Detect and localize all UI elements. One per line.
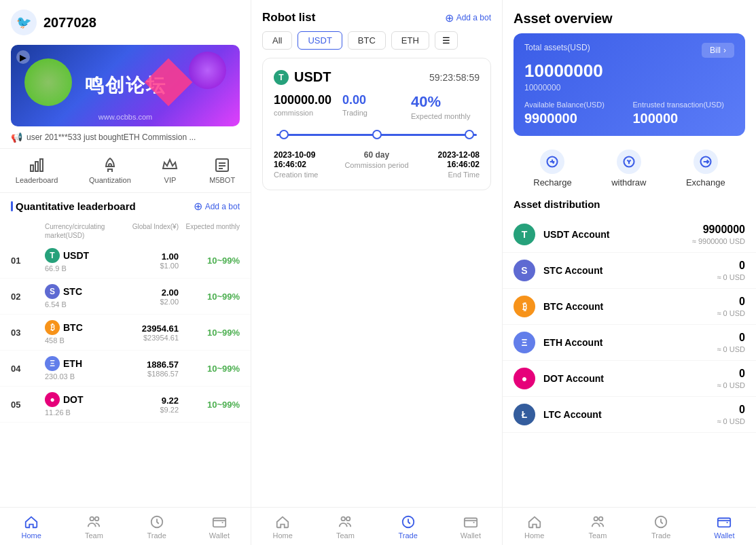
coin-label: USDT: [63, 250, 89, 261]
right-bottom-wallet[interactable]: Wallet: [707, 514, 741, 540]
dist-coin-icon: Ł: [514, 404, 535, 425]
stat-trading: 0.00 Trading: [342, 93, 411, 120]
mid-bottom-wallet[interactable]: Wallet: [454, 514, 488, 540]
expected-monthly: 10~99%: [179, 256, 240, 266]
coin-cap: 6.54 B: [45, 300, 118, 309]
bottom-nav-home[interactable]: Home: [14, 514, 48, 540]
dist-account-name: BTC Account: [543, 301, 717, 312]
table-row[interactable]: 02 S STC 6.54 B 2.00 $2.00 10~99%: [0, 279, 251, 315]
robot-name: T USDT: [274, 69, 331, 85]
bottom-nav-trade[interactable]: Trade: [140, 514, 174, 540]
right-bottom-trade[interactable]: Trade: [644, 514, 678, 540]
commission-slider[interactable]: [276, 128, 477, 141]
stat-commission: 100000.00 commission: [274, 93, 342, 120]
right-wallet-label: Wallet: [714, 531, 734, 540]
bottom-nav-left: Home Team Trade Wallet: [0, 507, 251, 545]
table-row[interactable]: 05 ● DOT 11.26 B 9.22 $9.22 10~99%: [0, 387, 251, 423]
dist-row[interactable]: Ξ ETH Account 0 ≈ 0 USD: [503, 325, 756, 361]
global-index: 23954.61 $23954.61: [118, 323, 179, 342]
tab-eth[interactable]: ETH: [391, 31, 429, 50]
left-panel: 🐦 2077028 ▶ 鸣创论坛 www.ocbbs.com 📢 user 20…: [0, 0, 251, 545]
asset-card: Total assets(USD) Bill › 10000000 100000…: [514, 33, 745, 136]
slider-dot-right[interactable]: [465, 130, 474, 139]
dist-main-value: 0: [717, 404, 746, 416]
slider-dot-mid[interactable]: [372, 130, 382, 139]
dist-usd-value: ≈ 0 USD: [717, 345, 746, 353]
bill-arrow-icon: ›: [723, 46, 726, 55]
dist-row[interactable]: ₿ BTC Account 0 ≈ 0 USD: [503, 289, 756, 325]
team-icon2: [338, 514, 353, 529]
available-balance: Available Balance(USD) 9900000: [524, 101, 626, 126]
mid-add-bot-button[interactable]: ⊕ Add a bot: [445, 12, 491, 24]
mid-team-label: Team: [336, 531, 355, 540]
asset-header: Asset overview: [503, 0, 756, 33]
table-row[interactable]: 01 T USDT 66.9 B 1.00 $1.00 10~99%: [0, 243, 251, 279]
mid-bottom-trade[interactable]: Trade: [391, 514, 425, 540]
bottom-nav-team[interactable]: Team: [77, 514, 111, 540]
team-icon3: [590, 514, 605, 529]
filter-tab-bar: All USDT BTC ETH ☰: [251, 31, 502, 58]
add-bot-button[interactable]: ⊕ Add a bot: [194, 200, 240, 213]
nav-quantization[interactable]: Quantization: [89, 157, 131, 184]
recharge-label: Recharge: [533, 177, 571, 188]
nav-leaderboard[interactable]: Leaderboard: [16, 157, 58, 184]
tab-all[interactable]: All: [262, 31, 292, 50]
right-bottom-home[interactable]: Home: [518, 514, 552, 540]
exchange-circle: [694, 150, 718, 174]
nav-quantization-label: Quantization: [89, 176, 131, 184]
dist-usd-value: ≈ 0 USD: [717, 381, 746, 389]
nav-vip[interactable]: VIP: [162, 157, 178, 184]
dist-main-value: 0: [717, 260, 746, 272]
mid-bottom-team[interactable]: Team: [328, 514, 362, 540]
dist-coin-icon: Ξ: [514, 332, 535, 353]
recharge-button[interactable]: Recharge: [533, 150, 571, 188]
svg-point-8: [90, 517, 94, 521]
coin-cap: 230.03 B: [45, 372, 118, 381]
nav-leaderboard-label: Leaderboard: [16, 176, 58, 184]
table-row[interactable]: 04 Ξ ETH 230.03 B 1886.57 $1886.57 10~99…: [0, 351, 251, 387]
crown-icon: [162, 157, 178, 173]
nav-m5bot[interactable]: M5BOT: [209, 157, 235, 184]
slider-dot-left[interactable]: [279, 130, 289, 139]
dist-row[interactable]: ● DOT Account 0 ≈ 0 USD: [503, 361, 756, 397]
end-time-val: 2023-12-0816:46:02: [411, 150, 480, 169]
filter-list-icon[interactable]: ☰: [435, 31, 458, 50]
table-row[interactable]: 03 ₿ BTC 458 B 23954.61 $23954.61 10~99%: [0, 315, 251, 351]
dist-coin-icon: ₿: [514, 296, 535, 317]
global-value: 1886.57: [118, 359, 179, 370]
rocket-icon: [102, 157, 118, 173]
rank-number: 05: [11, 400, 45, 410]
dist-row[interactable]: Ł LTC Account 0 ≈ 0 USD: [503, 397, 756, 433]
coin-info: ₿ BTC 458 B: [45, 320, 118, 345]
entrusted-value: 100000: [633, 111, 735, 126]
bottom-nav-wallet[interactable]: Wallet: [202, 514, 236, 540]
dist-usd-value: ≈ 0 USD: [717, 309, 746, 317]
trade-icon2: [401, 514, 416, 529]
right-bottom-team[interactable]: Team: [581, 514, 615, 540]
nav-vip-label: VIP: [164, 176, 177, 184]
dist-row[interactable]: S STC Account 0 ≈ 0 USD: [503, 253, 756, 289]
dist-account-name: STC Account: [543, 265, 717, 276]
coin-name: T USDT: [45, 248, 118, 263]
dist-usd-value: ≈ 9900000 USD: [692, 237, 745, 245]
banner-play-icon[interactable]: ▶: [16, 50, 30, 64]
col-global: Global Index(¥): [118, 222, 179, 240]
global-index: 1886.57 $1886.57: [118, 359, 179, 378]
leaderboard-header: Quantitative leaderboard ⊕ Add a bot: [0, 193, 251, 219]
tab-btc[interactable]: BTC: [348, 31, 386, 50]
bill-button[interactable]: Bill ›: [702, 43, 734, 58]
dist-account-name: USDT Account: [543, 229, 692, 240]
tab-usdt[interactable]: USDT: [298, 31, 342, 50]
exchange-button[interactable]: Exchange: [686, 150, 725, 188]
dist-coin-icon: S: [514, 260, 535, 281]
bottom-team-label: Team: [85, 531, 103, 540]
dist-values: 0 ≈ 0 USD: [717, 332, 746, 353]
mid-bottom-home[interactable]: Home: [266, 514, 300, 540]
svg-rect-11: [213, 518, 226, 527]
mid-trade-label: Trade: [398, 531, 417, 540]
svg-point-12: [342, 517, 346, 521]
bottom-trade-label: Trade: [147, 531, 166, 540]
expected-monthly: 10~99%: [179, 292, 240, 302]
withdraw-button[interactable]: withdraw: [611, 150, 646, 188]
dist-row[interactable]: T USDT Account 9900000 ≈ 9900000 USD: [503, 217, 756, 253]
